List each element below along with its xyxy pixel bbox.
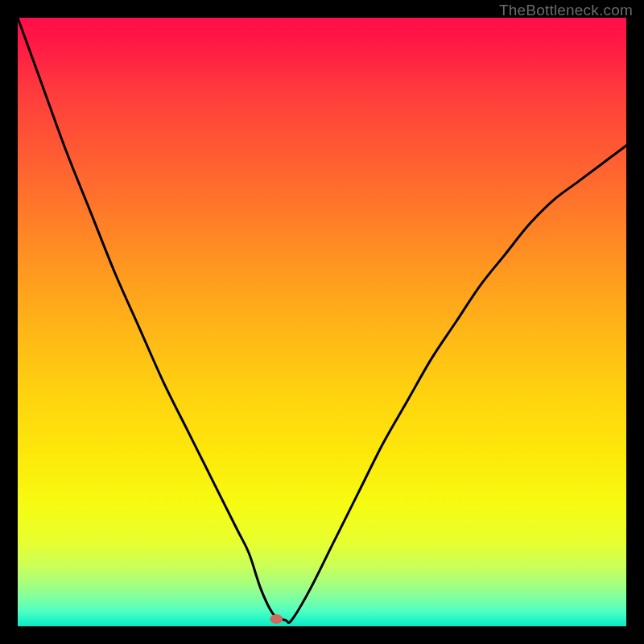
plot-area — [18, 18, 626, 626]
optimum-marker — [270, 614, 283, 624]
chart-frame: TheBottleneck.com — [0, 0, 644, 644]
attribution-text: TheBottleneck.com — [499, 2, 633, 19]
curve-layer — [18, 18, 626, 626]
bottleneck-curve — [18, 18, 626, 623]
